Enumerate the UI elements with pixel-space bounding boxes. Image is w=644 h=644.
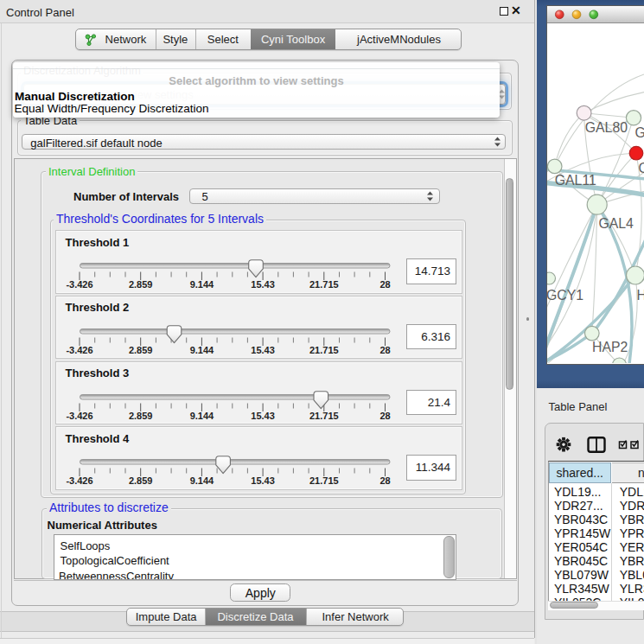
svg-text:-3.426: -3.426 [66,475,92,486]
svg-text:15.43: 15.43 [251,475,275,486]
svg-text:21.715: 21.715 [309,344,338,354]
svg-text:GCY1: GCY1 [547,287,583,302]
svg-text:9.144: 9.144 [189,410,214,420]
svg-text:GAL11: GAL11 [555,173,596,188]
svg-text:21.715: 21.715 [309,279,338,290]
svg-text:21.715: 21.715 [309,410,338,420]
svg-text:2.859: 2.859 [128,410,152,420]
svg-text:15.43: 15.43 [251,410,275,420]
svg-text:-3.426: -3.426 [66,410,92,420]
svg-text:2.859: 2.859 [128,475,152,486]
svg-text:-3.426: -3.426 [66,344,92,354]
svg-text:GAL4: GAL4 [599,215,634,230]
svg-text:21.715: 21.715 [309,475,338,486]
svg-text:2.859: 2.859 [128,344,152,354]
svg-text:HAP2: HAP2 [592,339,628,354]
svg-text:15.43: 15.43 [251,279,275,290]
svg-text:9.144: 9.144 [189,344,214,354]
svg-text:28: 28 [379,475,390,486]
svg-text:28: 28 [379,344,390,354]
svg-text:-3.426: -3.426 [66,279,92,290]
svg-text:9.144: 9.144 [189,475,214,486]
svg-text:C: C [639,160,644,175]
svg-text:15.43: 15.43 [251,344,275,354]
svg-text:28: 28 [379,410,390,420]
svg-text:2.859: 2.859 [128,279,152,290]
svg-text:9.144: 9.144 [189,279,214,290]
svg-text:GA: GA [635,124,644,139]
svg-text:H: H [637,288,644,303]
svg-text:28: 28 [379,279,390,290]
svg-text:GAL80: GAL80 [585,119,628,134]
